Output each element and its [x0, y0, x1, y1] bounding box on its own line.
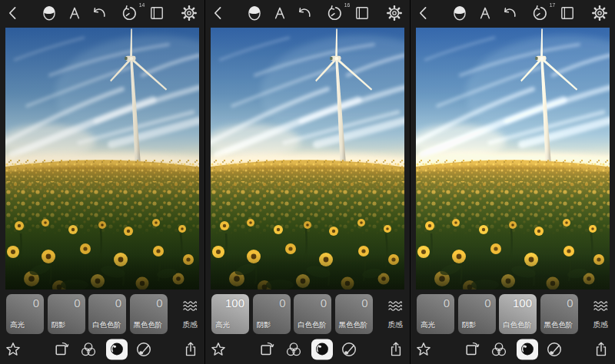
adjustment-tile-shadows[interactable]: 0 阴影 — [48, 294, 85, 334]
undo-button[interactable] — [501, 4, 520, 22]
editor-panel-3: 17 0 高光 0 阴影 100 白色色阶 0 黑色色阶 质感 眩光 — [411, 0, 615, 364]
adjustment-tile-blacks[interactable]: 0 黑色色阶 — [130, 294, 168, 334]
adjustment-tile-highlights[interactable]: 100 高光 — [211, 294, 249, 334]
texture-waves-icon — [592, 299, 609, 313]
crop-button[interactable] — [52, 340, 71, 359]
share-icon — [181, 340, 200, 359]
top-toolbar: 16 — [205, 0, 410, 25]
history-button[interactable]: 14 — [120, 4, 138, 22]
adjustment-tile-shadows[interactable]: 0 阴影 — [253, 294, 291, 334]
texture-label: 质感 — [387, 319, 403, 330]
back-button[interactable] — [414, 4, 433, 22]
texture-label: 质感 — [593, 319, 608, 330]
tile-label: 高光 — [10, 320, 25, 330]
frame-button[interactable] — [353, 4, 371, 22]
crop-button[interactable] — [258, 340, 276, 359]
adjust-button-selected[interactable] — [311, 339, 333, 359]
tile-label: 黑色色阶 — [134, 320, 163, 330]
mask-icon — [245, 4, 264, 22]
history-button[interactable]: 16 — [325, 4, 344, 22]
share-icon — [387, 340, 405, 359]
mask-tool-button[interactable] — [450, 4, 469, 22]
history-count-badge: 17 — [550, 2, 556, 8]
back-button[interactable] — [4, 4, 22, 22]
adjustment-tile-whites[interactable]: 0 白色色阶 — [294, 294, 331, 334]
adjustment-tile-shadows[interactable]: 0 阴影 — [458, 294, 496, 334]
tile-label: 高光 — [215, 320, 230, 330]
brush-button[interactable] — [340, 340, 358, 359]
share-button[interactable] — [592, 340, 610, 359]
adjust-button-selected[interactable] — [517, 339, 538, 359]
tile-label: 高光 — [421, 320, 435, 330]
tile-label: 阴影 — [52, 320, 66, 330]
bottom-toolbar — [411, 334, 615, 364]
star-icon — [4, 340, 22, 359]
brush-button[interactable] — [135, 340, 153, 359]
photo-canvas[interactable] — [5, 28, 199, 290]
texture-waves-icon — [387, 299, 404, 313]
editor-panel-2: 16 100 高光 0 阴影 0 白色色阶 0 黑色色阶 质感 眩光 — [205, 0, 410, 364]
settings-button[interactable] — [180, 4, 198, 22]
undo-icon — [501, 4, 520, 22]
tile-label: 黑色色阶 — [544, 320, 573, 330]
undo-button[interactable] — [296, 4, 314, 22]
adjustment-tile-highlights[interactable]: 0 高光 — [417, 294, 454, 334]
adjustment-tile-whites[interactable]: 100 白色色阶 — [499, 294, 537, 334]
share-button[interactable] — [387, 340, 405, 359]
adjust-button-selected[interactable] — [106, 339, 128, 359]
adjustment-tile-blacks[interactable]: 0 黑色色阶 — [335, 294, 373, 334]
tile-label: 阴影 — [257, 320, 271, 330]
history-button[interactable]: 17 — [530, 4, 549, 22]
share-button[interactable] — [181, 340, 200, 359]
adjustment-tile-highlights[interactable]: 0 高光 — [6, 294, 44, 334]
undo-button[interactable] — [91, 4, 109, 22]
adjustment-next-partial[interactable]: 眩光 — [609, 297, 615, 330]
text-tool-button[interactable] — [65, 4, 84, 22]
filters-circles-icon — [490, 340, 508, 359]
adjustment-next-partial[interactable]: 眩光 — [404, 297, 410, 330]
filters-circles-icon — [284, 340, 303, 359]
bottom-toolbar — [0, 334, 204, 364]
brush-button[interactable] — [545, 340, 563, 359]
back-button[interactable] — [209, 4, 228, 22]
adjustment-row: 0 高光 0 阴影 0 白色色阶 0 黑色色阶 质感 眩光 — [0, 294, 204, 334]
text-tool-button[interactable] — [476, 4, 494, 22]
filters-button[interactable] — [284, 340, 303, 359]
adjustment-tile-whites[interactable]: 0 白色色阶 — [88, 294, 126, 334]
undo-icon — [91, 4, 109, 22]
texture-waves-icon — [181, 299, 198, 313]
frame-button[interactable] — [148, 4, 166, 22]
gear-icon — [180, 4, 198, 22]
history-icon — [120, 4, 138, 22]
back-chevron-icon — [209, 4, 228, 22]
favorite-button[interactable] — [4, 340, 22, 359]
mask-icon — [450, 4, 469, 22]
filters-button[interactable] — [490, 340, 508, 359]
mask-tool-button[interactable] — [40, 4, 58, 22]
crop-button[interactable] — [463, 340, 481, 359]
photo-canvas[interactable] — [416, 28, 610, 290]
adjustment-next-partial[interactable]: 眩光 — [198, 297, 204, 330]
windmill-sunflower-photo — [5, 28, 199, 290]
settings-button[interactable] — [385, 4, 404, 22]
crop-rotate-icon — [258, 340, 276, 359]
favorite-button[interactable] — [209, 340, 228, 359]
windmill-sunflower-photo — [416, 28, 610, 290]
frame-button[interactable] — [558, 4, 577, 22]
adjustment-tile-blacks[interactable]: 0 黑色色阶 — [540, 294, 578, 334]
frame-icon — [353, 4, 371, 22]
photo-canvas[interactable] — [211, 28, 404, 290]
history-icon — [325, 4, 344, 22]
share-icon — [592, 340, 610, 359]
tile-value: 0 — [33, 296, 39, 309]
brush-circle-icon — [135, 340, 153, 359]
mask-tool-button[interactable] — [245, 4, 264, 22]
settings-button[interactable] — [590, 4, 609, 22]
adjust-dial-icon — [314, 341, 331, 358]
filters-button[interactable] — [79, 340, 98, 359]
history-icon — [530, 4, 549, 22]
favorite-button[interactable] — [414, 340, 433, 359]
frame-icon — [558, 4, 577, 22]
text-tool-button[interactable] — [271, 4, 289, 22]
brush-circle-icon — [545, 340, 563, 359]
